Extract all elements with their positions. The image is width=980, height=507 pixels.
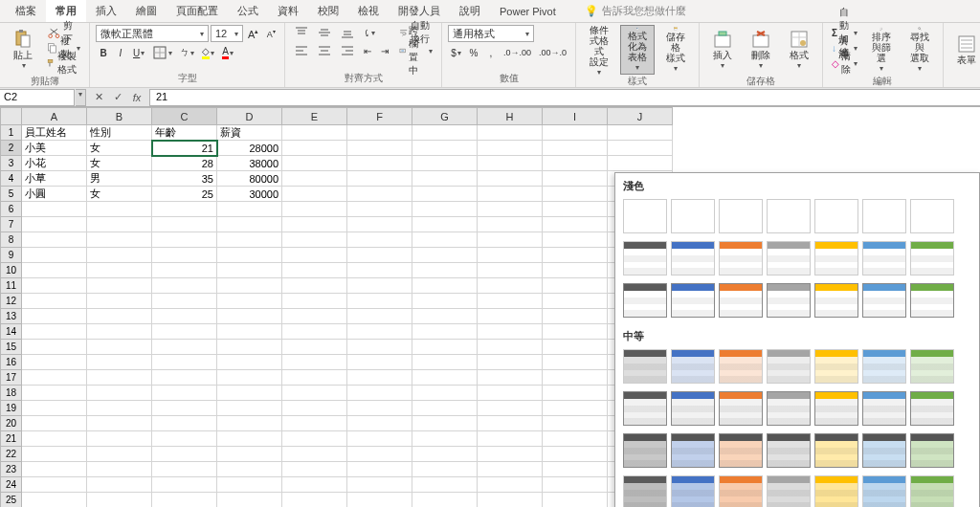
cell[interactable]	[347, 278, 412, 294]
table-style-option[interactable]	[814, 199, 858, 233]
orientation-button[interactable]: ⤹▾	[360, 25, 378, 40]
table-style-option[interactable]	[814, 283, 858, 318]
tab-檔案[interactable]: 檔案	[6, 0, 46, 22]
align-bottom-button[interactable]	[337, 25, 358, 40]
cell[interactable]	[412, 493, 478, 508]
cell[interactable]	[87, 202, 152, 217]
cell[interactable]	[22, 462, 87, 477]
row-header[interactable]: 20	[1, 416, 22, 431]
table-style-option[interactable]	[719, 349, 763, 384]
cell[interactable]	[478, 125, 543, 141]
cancel-button[interactable]: ✕	[90, 90, 107, 105]
tab-插入[interactable]: 插入	[86, 0, 126, 22]
indent-increase-button[interactable]: ⇥	[377, 43, 392, 58]
cell[interactable]	[347, 340, 412, 355]
row-header[interactable]: 24	[1, 477, 22, 493]
shrink-font-button[interactable]: A▾	[263, 26, 278, 41]
row-header[interactable]: 8	[1, 232, 22, 248]
cell[interactable]	[22, 232, 87, 248]
cell[interactable]	[543, 462, 608, 477]
cell[interactable]	[87, 294, 152, 309]
cell[interactable]	[478, 370, 543, 386]
cell[interactable]	[152, 401, 217, 416]
row-header[interactable]: 23	[1, 462, 22, 477]
table-style-option[interactable]	[719, 391, 763, 426]
cell[interactable]	[217, 217, 282, 232]
number-format-combo[interactable]: 通用格式▾	[448, 25, 534, 42]
row-header[interactable]: 1	[1, 125, 22, 141]
cell[interactable]	[347, 156, 412, 171]
cell[interactable]	[478, 340, 543, 355]
table-style-option[interactable]	[862, 283, 906, 318]
spreadsheet-grid[interactable]: ABCDEFGHIJ1員工姓名性別年齡薪資2小美女21280003小花女2838…	[0, 107, 673, 507]
row-header[interactable]: 11	[1, 278, 22, 294]
table-style-option[interactable]	[719, 433, 763, 468]
table-style-option[interactable]	[719, 475, 763, 507]
table-style-option[interactable]	[623, 433, 667, 468]
row-header[interactable]: 12	[1, 294, 22, 309]
cell[interactable]	[152, 217, 217, 232]
conditional-formatting-button[interactable]: 條件式格式 設定▾	[582, 25, 616, 75]
cell[interactable]	[217, 324, 282, 340]
cell[interactable]	[152, 416, 217, 431]
cell[interactable]	[22, 431, 87, 447]
cell[interactable]	[412, 447, 478, 462]
cell[interactable]	[347, 294, 412, 309]
cell[interactable]	[282, 171, 347, 187]
cell[interactable]	[22, 401, 87, 416]
cell[interactable]	[478, 493, 543, 508]
percent-button[interactable]: %	[466, 45, 481, 60]
table-style-option[interactable]	[910, 241, 954, 276]
cell[interactable]	[412, 416, 478, 431]
align-right-button[interactable]	[337, 43, 358, 58]
cell[interactable]	[282, 324, 347, 340]
cell[interactable]	[282, 447, 347, 462]
cell[interactable]	[478, 232, 543, 248]
table-style-option[interactable]	[910, 349, 954, 384]
grow-font-button[interactable]: A▴	[245, 26, 261, 41]
cell[interactable]: 男	[87, 171, 152, 187]
cell[interactable]	[282, 386, 347, 401]
cell[interactable]	[217, 248, 282, 263]
cell[interactable]	[347, 447, 412, 462]
cell[interactable]	[412, 294, 478, 309]
cell[interactable]	[152, 309, 217, 324]
cell[interactable]	[347, 370, 412, 386]
cell[interactable]	[282, 141, 347, 156]
row-header[interactable]: 6	[1, 202, 22, 217]
cell[interactable]	[152, 340, 217, 355]
tab-資料[interactable]: 資料	[268, 0, 308, 22]
cell[interactable]	[412, 232, 478, 248]
column-header[interactable]: D	[217, 108, 282, 125]
cell[interactable]	[152, 493, 217, 508]
cell[interactable]	[282, 294, 347, 309]
table-style-option[interactable]	[910, 475, 954, 507]
row-header[interactable]: 22	[1, 447, 22, 462]
cell[interactable]	[412, 125, 478, 141]
cell[interactable]	[282, 263, 347, 278]
table-style-option[interactable]	[719, 199, 763, 233]
formula-input[interactable]: 21	[149, 89, 980, 106]
cell[interactable]	[412, 431, 478, 447]
table-style-option[interactable]	[671, 283, 715, 318]
cell[interactable]	[412, 156, 478, 171]
insert-cells-button[interactable]: 插入▾	[705, 25, 740, 75]
name-box[interactable]: C2	[0, 89, 75, 106]
cell[interactable]	[347, 416, 412, 431]
increase-decimal-button[interactable]: .0→.00	[501, 45, 534, 60]
cell[interactable]: 80000	[217, 171, 282, 187]
select-all-corner[interactable]	[1, 108, 22, 125]
row-header[interactable]: 2	[1, 141, 22, 156]
row-header[interactable]: 17	[1, 370, 22, 386]
sort-filter-button[interactable]: AZ排序與篩選▾	[864, 25, 899, 75]
cell[interactable]	[543, 309, 608, 324]
row-header[interactable]: 18	[1, 386, 22, 401]
cell[interactable]	[608, 125, 673, 141]
italic-button[interactable]: I	[113, 45, 128, 60]
tab-說明[interactable]: 說明	[450, 0, 490, 22]
cell[interactable]	[22, 294, 87, 309]
table-style-option[interactable]	[767, 475, 811, 507]
cell[interactable]	[22, 309, 87, 324]
table-style-option[interactable]	[671, 199, 715, 233]
cell[interactable]	[412, 187, 478, 202]
